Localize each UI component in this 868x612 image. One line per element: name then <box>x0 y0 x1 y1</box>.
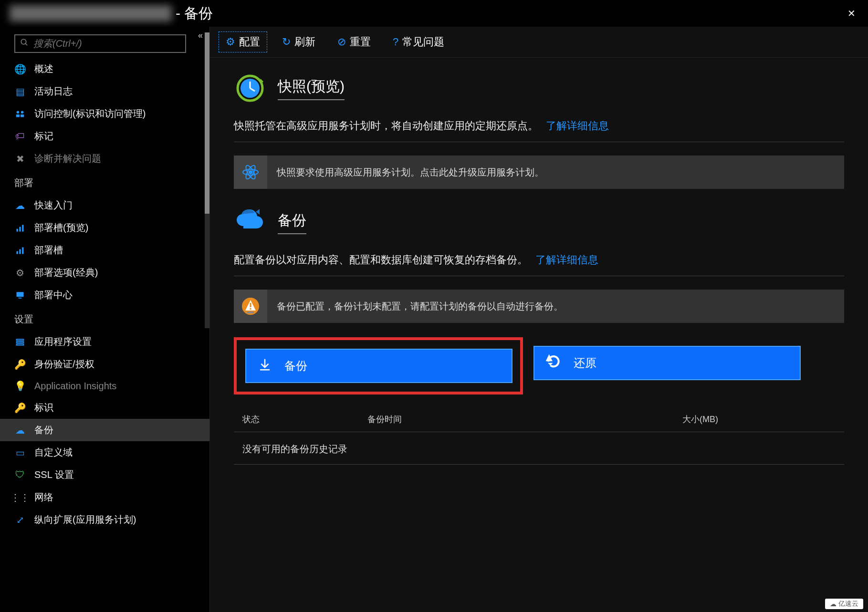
sidebar-item-activity-log[interactable]: ▤ 活动日志 <box>0 80 209 103</box>
appset-icon <box>14 336 26 348</box>
sidebar-item-tags[interactable]: 🏷 标记 <box>0 125 209 147</box>
gear-icon: ⚙ <box>226 36 235 48</box>
sidebar-item-iam[interactable]: 访问控制(标识和访问管理) <box>0 103 209 125</box>
page-title: - 备份 <box>10 4 213 23</box>
sidebar-item-deployment-slots-preview[interactable]: 部署槽(预览) <box>0 217 209 239</box>
wrench-icon: ✖ <box>14 153 26 165</box>
sidebar-item-label: 自定义域 <box>34 446 195 459</box>
watermark-text: 亿速云 <box>838 600 858 608</box>
toolbar-label: 重置 <box>350 35 371 49</box>
svg-line-1 <box>25 43 27 45</box>
action-row: 备份 还原 <box>234 337 844 394</box>
sidebar-scrollbar[interactable] <box>205 32 209 328</box>
sidebar-item-identity[interactable]: 🔑 标识 <box>0 396 209 419</box>
sidebar-item-label: 标识 <box>34 401 195 414</box>
section-settings-label: 设置 <box>0 306 209 331</box>
snapshot-desc: 快照托管在高级应用服务计划时，将自动创建应用的定期还原点。 了解详细信息 <box>234 119 844 142</box>
backup-button[interactable]: 备份 <box>245 349 512 383</box>
toolbar-faq-button[interactable]: ? 常见问题 <box>386 31 451 52</box>
snapshot-info-box[interactable]: 快照要求使用高级应用服务计划。点击此处升级应用服务计划。 <box>234 156 844 189</box>
toolbar-reset-button[interactable]: ⊘ 重置 <box>330 31 378 52</box>
sidebar-item-label: 部署选项(经典) <box>34 266 195 279</box>
svg-rect-9 <box>17 251 18 254</box>
sidebar-item-overview[interactable]: 🌐 概述 <box>0 58 209 80</box>
domain-icon: ▭ <box>14 447 26 458</box>
sidebar-item-label: 备份 <box>34 424 195 436</box>
backup-icon <box>234 206 266 239</box>
backup-table-empty: 没有可用的备份历史记录 <box>234 432 844 465</box>
backup-table-header: 状态 备份时间 大小(MB) <box>234 409 844 432</box>
toolbar-configure-button[interactable]: ⚙ 配置 <box>219 31 267 52</box>
sidebar-item-label: 标记 <box>34 130 195 143</box>
svg-rect-15 <box>17 342 24 343</box>
svg-rect-12 <box>17 292 24 297</box>
collapse-sidebar-button[interactable]: « <box>198 31 203 41</box>
restore-icon <box>546 354 561 373</box>
scale-icon: ⤢ <box>14 514 26 526</box>
restore-button[interactable]: 还原 <box>533 346 801 380</box>
header-bar: - 备份 ✕ <box>0 0 868 27</box>
sidebar-item-network[interactable]: ⋮⋮ 网络 <box>0 486 209 508</box>
cloud-icon: ☁ <box>830 600 837 608</box>
sidebar-item-label: 部署槽(预览) <box>34 221 195 234</box>
sidebar-item-deployment-center[interactable]: 部署中心 <box>0 284 209 306</box>
key-icon: 🔑 <box>14 359 26 370</box>
sidebar-item-app-settings[interactable]: 应用程序设置 <box>0 331 209 353</box>
sidebar-item-deployment-options[interactable]: ⚙ 部署选项(经典) <box>0 261 209 284</box>
sidebar-item-diagnose[interactable]: ✖ 诊断并解决问题 <box>0 147 209 170</box>
snapshot-info-text: 快照要求使用高级应用服务计划。点击此处升级应用服务计划。 <box>277 161 544 184</box>
svg-rect-16 <box>17 344 24 345</box>
sidebar-item-custom-domain[interactable]: ▭ 自定义域 <box>0 441 209 464</box>
toolbar: ⚙ 配置 ↻ 刷新 ⊘ 重置 ? 常见问题 <box>210 27 868 58</box>
main-content: ⚙ 配置 ↻ 刷新 ⊘ 重置 ? 常见问题 <box>210 27 868 612</box>
col-time: 备份时间 <box>367 414 682 425</box>
col-status: 状态 <box>234 414 367 425</box>
svg-point-25 <box>249 171 252 174</box>
backup-learn-more-link[interactable]: 了解详细信息 <box>535 254 598 266</box>
svg-point-3 <box>21 111 24 114</box>
search-input[interactable] <box>33 38 180 49</box>
restore-button-label: 还原 <box>574 355 596 371</box>
svg-rect-6 <box>17 228 18 231</box>
cloud-up-icon: ☁ <box>14 425 26 436</box>
snapshot-title: 快照(预览) <box>278 77 345 100</box>
backup-button-label: 备份 <box>284 358 307 373</box>
sidebar-item-label: 活动日志 <box>34 85 195 98</box>
toolbar-refresh-button[interactable]: ↻ 刷新 <box>275 31 323 52</box>
question-icon: ? <box>393 36 398 48</box>
toolbar-label: 配置 <box>239 35 260 49</box>
sidebar-item-deployment-slots[interactable]: 部署槽 <box>0 239 209 261</box>
search-box[interactable] <box>14 34 186 53</box>
sidebar-item-ssl[interactable]: 🛡 SSL 设置 <box>0 464 209 486</box>
sidebar-item-label: Application Insights <box>34 381 195 392</box>
close-button[interactable]: ✕ <box>845 5 858 22</box>
sidebar-item-label: 应用程序设置 <box>34 335 195 348</box>
cloud-icon: ☁ <box>14 200 26 211</box>
svg-rect-8 <box>22 225 23 231</box>
title-suffix: - 备份 <box>176 4 213 23</box>
slots-icon <box>14 245 26 256</box>
sidebar-item-auth[interactable]: 🔑 身份验证/授权 <box>0 353 209 375</box>
svg-point-0 <box>21 39 26 44</box>
sidebar-item-scale-up[interactable]: ⤢ 纵向扩展(应用服务计划) <box>0 508 209 531</box>
sidebar-item-quickstart[interactable]: ☁ 快速入门 <box>0 194 209 217</box>
snapshot-learn-more-link[interactable]: 了解详细信息 <box>546 120 609 132</box>
reset-icon: ⊘ <box>337 36 346 48</box>
svg-rect-29 <box>250 303 251 307</box>
bulb-icon: 💡 <box>14 380 26 392</box>
svg-point-2 <box>17 111 20 114</box>
backup-desc: 配置备份以对应用内容、配置和数据库创建可恢复的存档备份。 了解详细信息 <box>234 253 844 276</box>
sidebar-scroll-thumb[interactable] <box>205 32 209 214</box>
sidebar-item-label: 部署槽 <box>34 244 195 257</box>
globe-icon: 🌐 <box>14 63 26 75</box>
backup-info-box: 备份已配置，备份计划未配置，请配置计划的备份以自动进行备份。 <box>234 290 844 323</box>
svg-rect-30 <box>250 308 251 310</box>
svg-rect-31 <box>247 311 254 313</box>
svg-rect-4 <box>16 114 20 117</box>
net-icon: ⋮⋮ <box>14 492 26 503</box>
svg-marker-34 <box>547 356 551 360</box>
sidebar-item-backup[interactable]: ☁ 备份 <box>0 419 209 441</box>
download-icon <box>258 357 272 375</box>
sidebar-item-label: 身份验证/授权 <box>34 358 195 371</box>
sidebar-item-app-insights[interactable]: 💡 Application Insights <box>0 375 209 396</box>
